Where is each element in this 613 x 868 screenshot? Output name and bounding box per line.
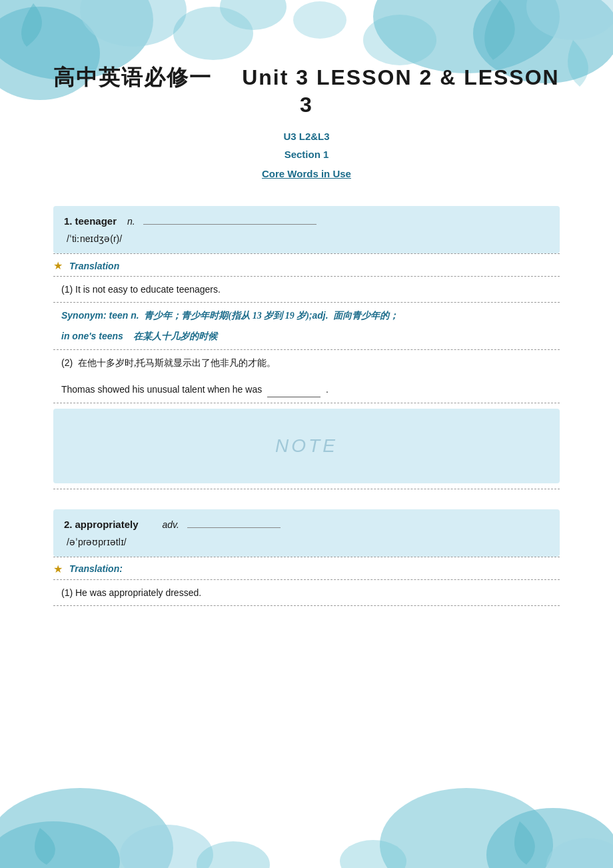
word-pos-1: n.	[127, 216, 135, 227]
example-1-1: (1) It is not easy to educate teenagers.	[53, 277, 560, 302]
word-box-1: 1. teenager n. /ˈtiːneɪdʒə(r)/	[53, 206, 560, 253]
star-icon-1: ★	[53, 259, 63, 272]
svg-point-12	[120, 825, 213, 868]
idiom-row-1: in one's teens 在某人十几岁的时候	[53, 329, 560, 349]
translation-row-1: ★ Translation	[53, 254, 560, 276]
svg-point-10	[0, 788, 173, 868]
synonym-row-1: Synonym: teen n. 青少年；青少年时期(指从 13 岁到 19 岁…	[53, 303, 560, 329]
example-1-2-en: Thomas showed his unusual talent when he…	[53, 377, 560, 403]
word-header-1: 1. teenager n.	[64, 215, 549, 227]
svg-point-11	[0, 821, 120, 868]
subtitle: U3 L2&L3	[53, 131, 560, 142]
example-text-1-1: It is not easy to educate teenagers.	[75, 284, 221, 295]
synonym-text-1: Synonym: teen n. 青少年；青少年时期(指从 13 岁到 19 岁…	[61, 310, 398, 321]
word-entry-2: 2. appropriately adv. /əˈprəʊprɪətlɪ/ ★ …	[53, 509, 560, 606]
translation-label-1: Translation	[69, 261, 119, 271]
svg-point-15	[486, 808, 613, 868]
star-icon-2: ★	[53, 563, 63, 575]
example-en-post-1-2: .	[326, 384, 328, 395]
example-2-1: (1) He was appropriately dressed.	[53, 580, 560, 605]
svg-point-14	[380, 788, 553, 868]
example-en-pre-1-2: Thomas showed his unusual talent when he…	[61, 384, 265, 395]
word-box-2: 2. appropriately adv. /əˈprəʊprɪətlɪ/	[53, 509, 560, 557]
word-number-1: 1.	[64, 215, 73, 227]
word-phonetic-1: /ˈtiːneɪdʒə(r)/	[64, 233, 549, 244]
translation-label-2: Translation:	[69, 563, 123, 574]
example-text-2-1: He was appropriately dressed.	[75, 587, 201, 598]
section-label: Section 1	[53, 149, 560, 160]
svg-point-13	[197, 841, 270, 868]
svg-point-16	[546, 838, 613, 868]
word-pos-2: adv.	[163, 519, 179, 530]
word-blank-2[interactable]	[187, 527, 281, 528]
svg-point-17	[340, 840, 406, 868]
translation-row-2: ★ Translation:	[53, 557, 560, 579]
example-chinese-1-2: 在他十多岁时,托马斯就显示出了他非凡的才能。	[78, 358, 277, 368]
divider-2d	[53, 605, 560, 606]
title-english: Unit 3 LESSON 2 & LESSON 3	[242, 65, 560, 117]
word-entry-1: 1. teenager n. /ˈtiːneɪdʒə(r)/ ★ Transla…	[53, 206, 560, 483]
word-phonetic-2: /əˈprəʊprɪətlɪ/	[64, 537, 549, 547]
note-box-1: NOTE	[53, 409, 560, 483]
core-words-title: Core Words in Use	[53, 168, 560, 179]
page-header: 高中英语必修一 Unit 3 LESSON 2 & LESSON 3	[53, 0, 560, 117]
word-header-2: 2. appropriately adv.	[64, 519, 549, 530]
example-1-2: (2) 在他十多岁时,托马斯就显示出了他非凡的才能。	[53, 350, 560, 376]
gap-1	[53, 489, 560, 509]
word-number-2: 2.	[64, 519, 73, 530]
divider-1e	[53, 403, 560, 403]
word-blank-1[interactable]	[143, 224, 316, 225]
idiom-chinese-1: 在某人十几岁的时候	[133, 331, 217, 341]
example-num-1-1: (1)	[61, 284, 75, 295]
word-term-1: teenager	[75, 215, 117, 227]
example-num-2-1: (1)	[61, 587, 75, 598]
word-term-2: appropriately	[75, 519, 139, 530]
fill-blank-1-2[interactable]	[267, 382, 320, 397]
note-placeholder-1: NOTE	[275, 435, 338, 456]
example-num-1-2: (2)	[61, 357, 75, 368]
title-chinese: 高中英语必修一	[53, 65, 212, 89]
